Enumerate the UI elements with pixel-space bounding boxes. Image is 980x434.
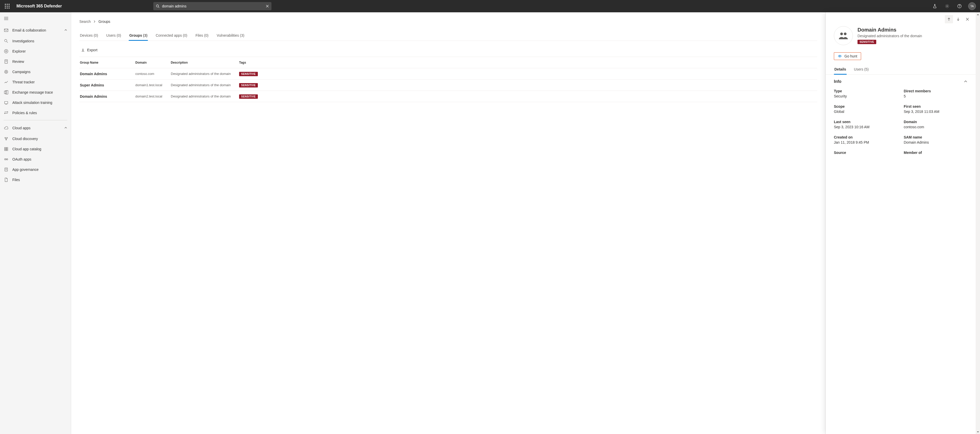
panel-tab-users[interactable]: Users (5)	[853, 65, 869, 74]
panel-toolbar	[826, 12, 976, 26]
labs-button[interactable]	[929, 0, 940, 12]
hunt-icon	[838, 54, 842, 58]
nav-section-label: Cloud apps	[12, 126, 30, 130]
nav-item-files[interactable]: Files	[0, 175, 71, 185]
cell-domain: contoso.com	[135, 72, 171, 76]
nav-item-campaigns[interactable]: Campaigns	[0, 67, 71, 77]
column-header-domain[interactable]: Domain	[135, 61, 171, 64]
panel-tabs: Details Users (5)	[826, 65, 976, 74]
search-input[interactable]	[162, 4, 269, 8]
info-scope: Scope Global	[834, 105, 897, 114]
app-launcher-button[interactable]	[2, 0, 12, 12]
chevron-up-icon	[64, 126, 67, 130]
panel-nav-up-button[interactable]	[945, 15, 953, 23]
nav-section-cloud-apps[interactable]: Cloud apps	[0, 122, 71, 134]
flask-icon	[932, 4, 937, 8]
nav-item-attack-sim[interactable]: Attack simulation training	[0, 97, 71, 108]
arrow-down-icon	[956, 17, 960, 21]
details-panel: Domain Admins Designated administrators …	[826, 12, 976, 434]
info-grid: Type Security Direct members 5 Scope Glo…	[826, 87, 976, 162]
svg-point-21	[4, 49, 8, 53]
cell-desc: Designated administrators of the domain	[171, 83, 239, 87]
panel-nav-down-button[interactable]	[954, 15, 962, 23]
nav-item-threat-tracker[interactable]: Threat tracker	[0, 77, 71, 87]
scroll-down-button[interactable]	[976, 430, 980, 434]
panel-close-button[interactable]	[963, 15, 972, 23]
nav-item-oauth-apps[interactable]: OAuth apps	[0, 154, 71, 165]
topbar: Microsoft 365 Defender TA	[0, 0, 980, 12]
campaigns-icon	[3, 70, 9, 74]
info-member-of: Member of	[904, 150, 967, 156]
window-scrollbar[interactable]	[976, 12, 980, 434]
tab-users[interactable]: Users (0)	[106, 31, 122, 41]
go-hunt-button[interactable]: Go hunt	[834, 52, 861, 60]
column-header-desc[interactable]: Description	[171, 61, 239, 64]
table-row[interactable]: Super Admins domain1.test.local Designat…	[80, 79, 817, 91]
nav-item-app-governance[interactable]: App governance	[0, 165, 71, 175]
files-icon	[3, 177, 9, 182]
people-icon	[838, 30, 849, 41]
export-button[interactable]: Export	[80, 47, 99, 53]
svg-rect-28	[4, 91, 6, 94]
cell-name: Domain Admins	[80, 94, 135, 98]
catalog-icon	[3, 147, 9, 151]
svg-point-35	[4, 113, 5, 114]
global-search[interactable]	[153, 2, 272, 10]
svg-point-33	[7, 112, 8, 112]
nav-section-label: Email & collaboration	[12, 28, 46, 32]
breadcrumb-root[interactable]: Search	[80, 19, 91, 24]
panel-section-title: Info	[834, 79, 841, 84]
chevron-up-icon	[64, 28, 67, 32]
waffle-icon	[5, 4, 10, 8]
nav-item-investigations[interactable]: Investigations	[0, 36, 71, 46]
nav-item-policies[interactable]: Policies & rules	[0, 108, 71, 118]
investigations-icon	[3, 39, 9, 43]
user-avatar[interactable]: TA	[968, 2, 976, 10]
svg-rect-1	[7, 4, 8, 5]
svg-line-10	[159, 7, 159, 8]
table-header-row: Group Name Domain Description Tags	[80, 57, 817, 68]
column-header-name[interactable]: Group Name	[80, 61, 135, 64]
nav-item-cloud-discovery[interactable]: Cloud discovery	[0, 134, 71, 144]
help-button[interactable]	[954, 0, 965, 12]
tab-files[interactable]: Files (0)	[195, 31, 209, 41]
tab-groups[interactable]: Groups (3)	[129, 31, 148, 41]
tab-devices[interactable]: Devices (0)	[80, 31, 99, 41]
cell-tags: SENSITIVE	[239, 83, 817, 87]
left-navigation: Email & collaboration Investigations Exp…	[0, 12, 71, 434]
svg-point-22	[5, 51, 7, 52]
cell-domain: domain2.test.local	[135, 94, 171, 98]
svg-point-13	[947, 6, 948, 7]
tab-vulnerabilities[interactable]: Vulnerabilities (3)	[216, 31, 245, 41]
scroll-up-button[interactable]	[976, 12, 980, 17]
column-header-tags[interactable]: Tags	[239, 61, 817, 64]
svg-rect-2	[9, 4, 10, 5]
panel-header: Domain Admins Designated administrators …	[826, 26, 976, 49]
info-source: Source	[834, 150, 897, 156]
nav-item-explorer[interactable]: Explorer	[0, 46, 71, 56]
clear-search-button[interactable]	[266, 5, 269, 8]
svg-rect-5	[9, 6, 10, 6]
breadcrumb: Search Groups	[80, 19, 817, 24]
nav-item-cloud-catalog[interactable]: Cloud app catalog	[0, 144, 71, 154]
info-domain: Domain contoso.com	[904, 120, 967, 129]
tab-connected-apps[interactable]: Connected apps (0)	[155, 31, 188, 41]
nav-toggle-button[interactable]	[0, 12, 71, 25]
nav-item-exchange-trace[interactable]: Exchange message trace	[0, 87, 71, 97]
panel-section-info-toggle[interactable]: Info	[826, 74, 976, 87]
nav-section-email[interactable]: Email & collaboration	[0, 25, 71, 36]
sensitive-badge: SENSITIVE	[239, 83, 258, 87]
panel-tab-details[interactable]: Details	[834, 65, 847, 74]
oauth-icon	[3, 157, 9, 162]
cloud-icon	[3, 126, 9, 130]
svg-rect-8	[9, 8, 10, 8]
nav-item-review[interactable]: Review	[0, 56, 71, 67]
sensitive-badge: SENSITIVE	[858, 40, 876, 44]
settings-button[interactable]	[942, 0, 953, 12]
svg-rect-19	[4, 29, 8, 32]
product-name: Microsoft 365 Defender	[16, 4, 62, 8]
table-row[interactable]: Domain Admins contoso.com Designated adm…	[80, 68, 817, 79]
svg-point-9	[156, 5, 159, 7]
svg-point-26	[5, 70, 8, 74]
table-row[interactable]: Domain Admins domain2.test.local Designa…	[80, 91, 817, 102]
